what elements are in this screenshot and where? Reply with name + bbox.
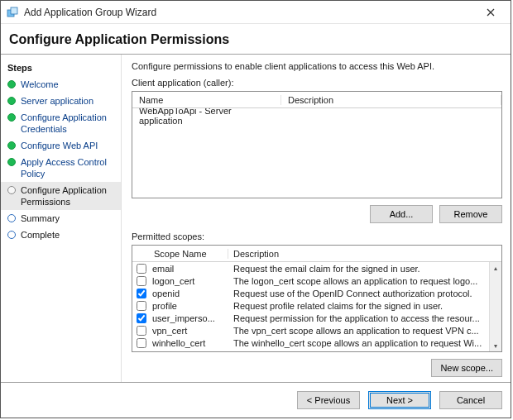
step-label: Server application [21,95,93,107]
step-configure-permissions[interactable]: Configure Application Permissions [1,182,121,210]
column-name[interactable]: Name [132,95,281,105]
next-button[interactable]: Next > [368,391,431,409]
column-scope-name[interactable]: Scope Name [151,249,228,259]
scope-row-vpn-cert[interactable]: vpn_cert The vpn_cert scope allows an ap… [132,324,501,336]
column-description[interactable]: Description [281,95,501,105]
scope-row-winhello-cert[interactable]: winhello_cert The winhello_cert scope al… [132,336,501,349]
steps-heading: Steps [1,60,121,76]
step-label: Configure Application Permissions [21,184,116,208]
steps-list: Welcome Server application Configure App… [1,76,121,243]
table-header: Name Description [132,92,501,108]
scroll-up-icon[interactable]: ▴ [490,262,501,274]
scope-description: Request use of the OpenID Connect author… [228,289,501,298]
scope-description: Request the email claim for the signed i… [228,264,501,274]
remove-button[interactable]: Remove [439,205,502,223]
client-application-table[interactable]: Name Description WebAppToApi - Server ap… [132,91,502,198]
previous-button[interactable]: < Previous [297,391,360,409]
client-app-label: Client application (caller): [132,78,502,88]
app-icon [6,6,19,19]
step-label: Welcome [21,79,59,90]
step-bullet-icon [7,141,16,150]
step-bullet-icon [7,231,16,239]
scope-checkbox[interactable] [137,276,146,286]
scope-checkbox[interactable] [137,338,146,348]
add-button[interactable]: Add... [370,205,433,223]
step-bullet-icon [7,214,16,222]
scope-checkbox[interactable] [137,301,146,311]
scope-row-profile[interactable]: profile Request profile related claims f… [132,299,501,312]
step-bullet-icon [7,158,16,166]
scope-checkbox[interactable] [137,313,146,323]
main-content: Configure permissions to enable client a… [122,55,511,382]
wizard-footer: < Previous Next > Cancel [1,382,511,418]
step-label: Complete [21,229,60,241]
new-scope-button[interactable]: New scope... [431,359,502,377]
scope-checkbox[interactable] [137,264,146,274]
wizard-window: Add Application Group Wizard Configure A… [0,0,511,418]
cell-name: WebAppToApi - Server application [132,108,281,126]
page-title: Configure Application Permissions [9,32,502,47]
scroll-down-icon[interactable]: ▾ [490,340,501,351]
step-welcome[interactable]: Welcome [1,76,121,93]
window-title: Add Application Group Wizard [24,7,476,18]
scopes-scrollbar[interactable]: ▴ ▾ [489,262,501,351]
scope-name: profile [151,301,228,311]
scope-checkbox[interactable] [137,326,146,336]
close-button[interactable] [476,2,506,22]
scope-description: Request permission for the application t… [228,313,501,323]
cancel-button[interactable]: Cancel [439,391,502,409]
scope-description: The winhello_cert scope allows an applic… [228,338,501,348]
scope-name: email [151,264,228,274]
step-bullet-icon [7,113,16,122]
step-server-application[interactable]: Server application [1,93,121,109]
step-configure-web-api[interactable]: Configure Web API [1,137,121,154]
steps-sidebar: Steps Welcome Server application Configu… [1,55,122,382]
scope-name: user_imperso... [151,313,228,323]
column-scope-description[interactable]: Description [228,249,501,259]
step-label: Summary [21,212,60,224]
scope-description: The vpn_cert scope allows an application… [228,326,501,336]
step-summary[interactable]: Summary [1,210,121,227]
scope-name: winhello_cert [151,338,228,348]
step-complete[interactable]: Complete [1,227,121,243]
scopes-label: Permitted scopes: [132,231,502,241]
step-bullet-icon [7,97,16,105]
client-table-buttons: Add... Remove [132,198,502,231]
table-row[interactable]: WebAppToApi - Server application [132,108,501,123]
scope-row-email[interactable]: email Request the email claim for the si… [132,262,501,274]
scope-name: openid [151,289,228,298]
titlebar: Add Application Group Wizard [1,1,511,24]
scope-description: Request profile related claims for the s… [228,301,501,311]
step-configure-credentials[interactable]: Configure Application Credentials [1,109,121,137]
table-body: WebAppToApi - Server application [132,108,501,198]
body: Steps Welcome Server application Configu… [1,55,511,382]
scope-row-user-impersonation[interactable]: user_imperso... Request permission for t… [132,312,501,324]
step-access-control-policy[interactable]: Apply Access Control Policy [1,154,121,182]
step-label: Apply Access Control Policy [21,156,116,179]
scopes-body: email Request the email claim for the si… [132,262,501,351]
scope-row-logon-cert[interactable]: logon_cert The logon_cert scope allows a… [132,274,501,287]
intro-text: Configure permissions to enable client a… [132,61,502,71]
step-bullet-icon [7,80,16,88]
scope-name: vpn_cert [151,326,228,336]
scope-description: The logon_cert scope allows an applicati… [228,276,501,286]
scope-name: logon_cert [151,276,228,286]
step-label: Configure Application Credentials [21,112,116,135]
scopes-table[interactable]: Scope Name Description email Request the… [132,245,502,352]
svg-rect-1 [11,7,17,14]
scopes-header: Scope Name Description [132,246,501,262]
scope-row-openid[interactable]: openid Request use of the OpenID Connect… [132,287,501,299]
step-bullet-icon [7,186,16,194]
step-label: Configure Web API [21,140,98,151]
page-header: Configure Application Permissions [1,24,511,55]
close-icon [487,8,495,17]
new-scope-row: New scope... [132,352,502,377]
scope-checkbox[interactable] [137,289,146,298]
